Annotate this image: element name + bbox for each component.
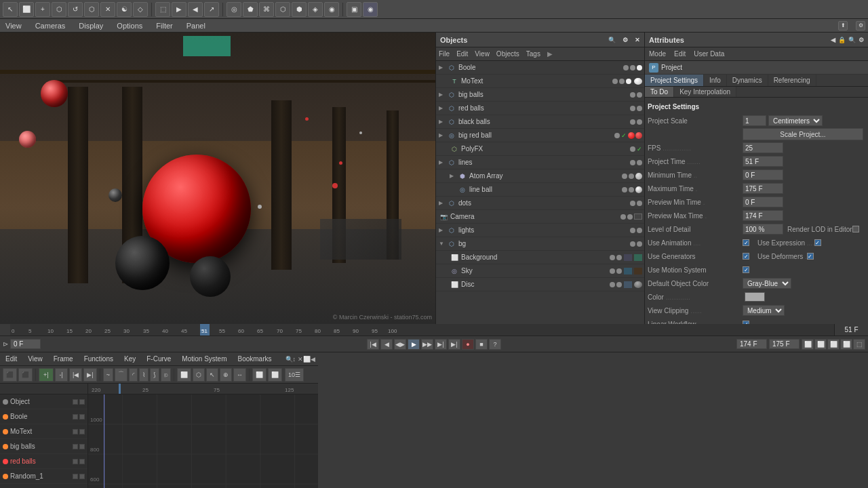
obj-menu-file[interactable]: File (439, 50, 450, 58)
toolbar-btn-render-region[interactable]: ⬚ (155, 2, 170, 17)
menu-filter[interactable]: Filter (153, 22, 175, 30)
attr-select-obj-color[interactable]: Gray-Blue Red Green (743, 278, 791, 289)
toolbar-btn-gen[interactable]: ⬡ (275, 2, 290, 17)
toolbar-btn-light[interactable]: ◉ (324, 2, 339, 17)
obj-search-icon[interactable]: 🔍 (608, 37, 616, 43)
vis-dot-background[interactable] (610, 255, 615, 260)
viewport-fit-icon[interactable]: ⬆ (838, 21, 848, 30)
viewport-lock-icon[interactable]: ⚙ (856, 21, 865, 30)
toolbar-btn-deform[interactable]: ⬢ (292, 2, 307, 17)
render-dot-redballs[interactable] (637, 106, 642, 111)
btn-prev-frame[interactable]: ◀ (380, 339, 393, 350)
viewport[interactable]: © Marcin Czerwinski - station75.com (0, 33, 435, 324)
anim-menu-key[interactable]: Key (121, 355, 138, 363)
render-dot-lines[interactable] (637, 160, 642, 165)
expand-icon-bigballs[interactable]: ▶ (439, 92, 446, 98)
anim-menu-bookmarks[interactable]: Bookmarks (235, 355, 275, 363)
attr-input-fps[interactable] (743, 142, 783, 153)
vis-dot-bg[interactable] (630, 241, 635, 247)
attr-input-preview-max[interactable] (743, 210, 783, 221)
fcurve-item-redballs[interactable]: red balls (0, 454, 87, 469)
obj-row-atomarray[interactable]: ▶ ⬢ Atom Array (436, 169, 644, 183)
attr-menu-edit[interactable]: Edit (674, 50, 686, 58)
attr-tab-referencing[interactable]: Referencing (768, 75, 816, 86)
obj-row-blackballs[interactable]: ▶ ⬡ black balls (436, 115, 644, 129)
toolbar-btn-move[interactable]: ↖ (3, 2, 18, 17)
vis-dot-lines[interactable] (630, 160, 635, 165)
attr-check-render-lod[interactable] (852, 226, 859, 232)
attr-color-swatch[interactable] (745, 292, 765, 302)
fcurve-lock-bigballs[interactable] (79, 444, 85, 449)
vis-dot-lights[interactable] (630, 228, 635, 233)
anim-btn-spline1[interactable]: ~ (103, 368, 113, 382)
menu-display[interactable]: Display (76, 22, 106, 30)
toolbar-btn-poly[interactable]: ⬟ (243, 2, 258, 17)
vis-dot-blackballs[interactable] (630, 119, 635, 125)
anim-btn-keyframe[interactable]: ⬛ (3, 368, 17, 382)
vis-dot-disc[interactable] (610, 282, 615, 287)
fcurve-vis-bigballs[interactable] (73, 444, 78, 449)
fcurve-vis-random1[interactable] (73, 474, 78, 479)
vis-dot-polyfx[interactable] (630, 146, 635, 152)
render-dot-camera[interactable] (627, 214, 633, 220)
expand-icon-boole[interactable]: ▶ (439, 64, 446, 71)
expand-icon-lights[interactable]: ▶ (439, 227, 446, 234)
toolbar-btn-scale[interactable]: ⬡ (84, 2, 99, 17)
vis-dot-bigredball[interactable] (614, 133, 620, 138)
render-dot-atomarray[interactable] (629, 174, 634, 179)
fcurve-item-object[interactable]: Object (0, 394, 87, 409)
anim-btn-move[interactable]: ↖ (206, 368, 218, 382)
expand-icon-redballs[interactable]: ▶ (439, 105, 446, 112)
fcurve-vis-redballs[interactable] (73, 459, 78, 464)
attr-menu-userdata[interactable]: User Data (694, 50, 724, 58)
anim-btn-zoom[interactable]: ⊕ (220, 368, 232, 382)
vis-dot-atomarray[interactable] (622, 174, 627, 179)
fcurve-graph[interactable]: 1000 800 600 400 200 (88, 394, 318, 488)
menu-view[interactable]: View (3, 22, 24, 30)
toolbar-btn-x[interactable]: ✕ (100, 2, 115, 17)
render-dot-lineball[interactable] (629, 187, 634, 192)
obj-close-icon[interactable]: ✕ (635, 37, 640, 43)
sel-dot-motext[interactable] (626, 79, 631, 84)
toolbar-btn-y[interactable]: ☯ (117, 2, 132, 17)
expand-icon-dots[interactable]: ▶ (439, 200, 446, 207)
attr-input-min-time[interactable] (743, 169, 783, 180)
attr-select-units[interactable]: Centimeters Meters (768, 115, 823, 126)
menu-options[interactable]: Options (114, 22, 145, 30)
anim-btn-spline4[interactable]: ⌇ (139, 368, 149, 382)
vis-dot-dots[interactable] (630, 201, 635, 206)
toolbar-btn-play[interactable]: ▶ (172, 2, 186, 17)
btn-record[interactable]: ● (462, 339, 474, 350)
btn-play-reverse[interactable]: ◀▶ (394, 339, 406, 350)
attr-check-use-anim[interactable]: ✓ (743, 239, 749, 246)
render-dot-dots[interactable] (637, 201, 642, 206)
expand-icon-bigredball[interactable]: ▶ (439, 132, 446, 139)
anim-btn-next-key[interactable]: ▶| (83, 368, 96, 382)
fcurve-vis-boole[interactable] (73, 414, 78, 420)
render-dot-bigballs[interactable] (637, 92, 642, 98)
anim-btn-sel1[interactable]: ⬜ (177, 368, 191, 382)
btn-stop[interactable]: ■ (475, 339, 488, 350)
expand-icon-lines[interactable]: ▶ (439, 159, 446, 166)
attr-subtab-keyinterp[interactable]: Key Interpolation (674, 87, 736, 97)
vis-dot-boole[interactable] (623, 65, 629, 70)
attr-input-max-time[interactable] (743, 183, 783, 194)
fcurve-item-boole[interactable]: Boole (0, 409, 87, 424)
anim-menu-edit[interactable]: Edit (3, 355, 20, 363)
menu-cameras[interactable]: Cameras (33, 22, 68, 30)
obj-menu-objects[interactable]: Objects (496, 50, 519, 58)
render-dot-lights[interactable] (637, 228, 642, 233)
toolbar-btn-select[interactable]: ⬜ (19, 2, 34, 17)
obj-row-redballs[interactable]: ▶ ⬡ red balls (436, 102, 644, 115)
anim-menu-fcurve[interactable]: F-Curve (144, 355, 174, 363)
toolbar-btn-face[interactable]: ▣ (347, 2, 361, 17)
btn-extra3[interactable]: ⬜ (827, 339, 840, 350)
attr-select-view-clipping[interactable]: Medium Small Large (743, 305, 785, 316)
toolbar-btn-z[interactable]: ◇ (133, 2, 148, 17)
attr-input-preview-min[interactable] (743, 197, 783, 207)
vis-dot-camera[interactable] (620, 214, 626, 220)
toolbar-btn-grid[interactable]: ◉ (363, 2, 378, 17)
fcurve-lock-redballs[interactable] (79, 459, 85, 464)
obj-filter-icon[interactable]: ⚙ (623, 37, 628, 43)
attr-subtab-todo[interactable]: To Do (645, 87, 674, 97)
